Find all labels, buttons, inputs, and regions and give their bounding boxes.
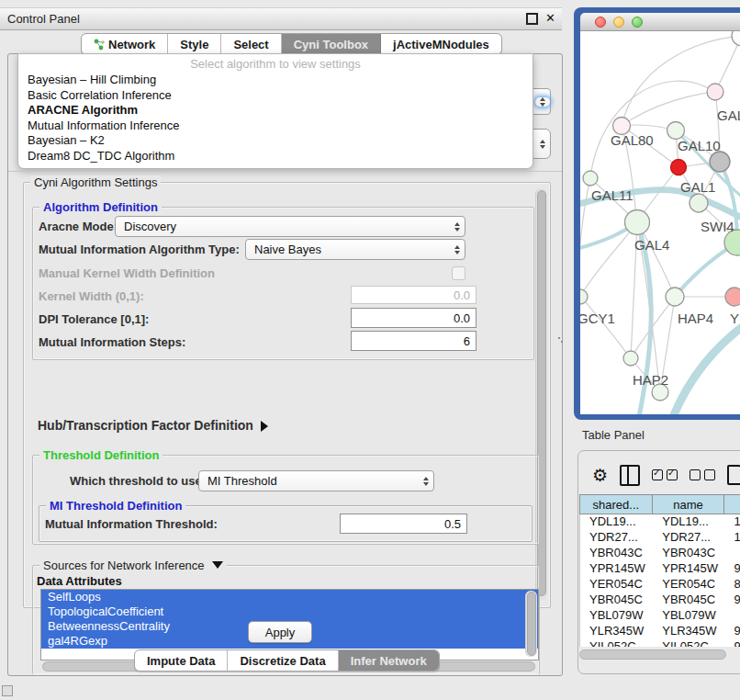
- combobox-stepper-icon: [535, 140, 550, 149]
- column-layout-icon[interactable]: [620, 465, 640, 486]
- node-label: GAL1: [680, 179, 715, 195]
- dpi-tolerance-field[interactable]: 0.0: [351, 308, 477, 328]
- dropdown-item[interactable]: Basic Correlation Inference: [18, 88, 533, 104]
- mi-type-label: Mutual Information Algorithm Type:: [39, 243, 240, 256]
- node-gray[interactable]: [710, 152, 730, 172]
- chevron-right-icon: [261, 421, 268, 432]
- tab-discretize-data[interactable]: Discretize Data: [228, 650, 338, 671]
- dropdown-item[interactable]: Bayesian – Hill Climbing: [18, 73, 533, 88]
- sources-title[interactable]: Sources for Network Inference: [39, 559, 227, 572]
- node-attribute-table: shared... name YDL19... YDL19... 13 YDR2…: [579, 494, 740, 660]
- settings-group-title: Cyni Algorithm Settings: [30, 175, 161, 189]
- tab-network[interactable]: Network: [82, 34, 168, 54]
- table-row[interactable]: YER054C YER054C 8.: [580, 577, 740, 593]
- collapsed-panel-icon[interactable]: [2, 685, 13, 696]
- attributes-scrollbar[interactable]: [525, 591, 537, 657]
- table-row[interactable]: YPR145W YPR145W 9.: [580, 561, 740, 577]
- hub-definition-toggle[interactable]: Hub/Transcription Factor Definition: [38, 418, 268, 433]
- cyni-mode-tabs: Impute Data Discretize Data Infer Networ…: [134, 649, 440, 672]
- aracne-mode-combobox[interactable]: Discovery: [115, 216, 465, 237]
- close-traffic-light-icon[interactable]: [595, 17, 606, 28]
- node-label: GAL4: [634, 237, 669, 253]
- table-hscrollbar[interactable]: [579, 649, 726, 660]
- which-threshold-label: Which threshold to use:: [70, 474, 206, 488]
- node-Y-partial[interactable]: [725, 288, 740, 306]
- node-HAP2[interactable]: [623, 351, 638, 366]
- node-GAL4[interactable]: [625, 210, 650, 235]
- apply-button[interactable]: Apply: [248, 621, 312, 643]
- float-panel-icon[interactable]: [526, 13, 538, 25]
- node-label: GAL11: [591, 187, 633, 203]
- table-panel-title: Table Panel: [582, 428, 645, 442]
- select-all-columns-icon[interactable]: [652, 469, 678, 480]
- table-row[interactable]: YBL079W YBL079W: [580, 608, 740, 624]
- node-unlabeled-top[interactable]: [732, 31, 740, 46]
- mi-steps-field[interactable]: 6: [351, 331, 477, 351]
- tab-jactivemnodules[interactable]: jActiveMNodules: [381, 34, 501, 54]
- column-header-partial[interactable]: [724, 494, 740, 514]
- cyni-algorithm-settings-group: Cyni Algorithm Settings Algorithm Defini…: [23, 182, 551, 608]
- dpi-tolerance-label: DPI Tolerance [0,1]:: [39, 312, 149, 326]
- close-icon[interactable]: ✕: [545, 11, 555, 25]
- tab-network-label: Network: [108, 38, 155, 51]
- chevron-down-icon: [212, 561, 223, 569]
- manual-kernel-checkbox[interactable]: [452, 266, 465, 280]
- attribute-item[interactable]: SelfLoops: [41, 590, 538, 604]
- tab-infer-network[interactable]: Infer Network: [339, 650, 439, 671]
- dropdown-item[interactable]: Bayesian – K2: [18, 133, 533, 149]
- gear-icon[interactable]: ⚙: [592, 467, 608, 484]
- combobox-stepper-icon: [450, 245, 465, 254]
- kernel-width-field[interactable]: 0.0: [351, 286, 477, 304]
- dropdown-item-selected[interactable]: ARACNE Algorithm: [18, 103, 533, 119]
- table-row[interactable]: YBR045C YBR045C 9.: [580, 593, 740, 608]
- combobox-stepper-icon: [450, 222, 465, 231]
- tab-cyni-toolbox[interactable]: Cyni Toolbox: [282, 34, 381, 54]
- tab-select[interactable]: Select: [221, 34, 281, 54]
- table-row[interactable]: YIL052C YIL052C 9.: [580, 639, 740, 647]
- mi-steps-label: Mutual Information Steps:: [39, 335, 185, 349]
- attribute-item[interactable]: TopologicalCoefficient: [41, 604, 538, 619]
- node-GAL1[interactable]: [671, 160, 687, 175]
- minimize-traffic-light-icon[interactable]: [613, 17, 624, 28]
- table-row[interactable]: YDL19... YDL19... 13: [580, 514, 740, 530]
- node-label: SWI4: [701, 219, 734, 234]
- node-GCY1[interactable]: [580, 289, 588, 304]
- node-GAL-partial[interactable]: [707, 84, 723, 100]
- node-label: GCY1: [580, 310, 615, 326]
- table-row[interactable]: YLR345W YLR345W 9.: [580, 624, 740, 639]
- node-GAL11[interactable]: [583, 171, 598, 186]
- network-window-titlebar[interactable]: [580, 13, 740, 31]
- dropdown-item[interactable]: Mutual Information Inference: [18, 119, 533, 134]
- node-SWI4[interactable]: [690, 194, 708, 212]
- network-view-window[interactable]: GAL GAL80 GAL10 GAL1 GAL11 SWI4 GAL4 GCY…: [574, 7, 740, 420]
- deselect-all-columns-icon[interactable]: [690, 469, 715, 480]
- tab-impute-data[interactable]: Impute Data: [135, 650, 228, 671]
- table-row[interactable]: YDR27... YDR27... 12: [580, 530, 740, 546]
- mi-threshold-label: Mutual Information Threshold:: [45, 517, 218, 531]
- table-row[interactable]: YBR043C YBR043C: [580, 546, 740, 561]
- algorithm-dropdown-list: Select algorithm to view settings Bayesi…: [17, 53, 533, 169]
- cyni-toolbox-panel: gal-filtered sif default node Select alg…: [7, 53, 563, 676]
- node-HAP4[interactable]: [666, 288, 684, 306]
- mi-type-combobox[interactable]: Naive Bayes: [245, 239, 465, 260]
- algorithm-definition-group: Algorithm Definition Aracne Mode: Discov…: [32, 207, 534, 360]
- node-label: GAL10: [678, 138, 721, 153]
- mi-threshold-field[interactable]: 0.5: [340, 514, 467, 534]
- column-header-shared-name[interactable]: shared...: [579, 494, 653, 514]
- table-body: YDL19... YDL19... 13 YDR27... YDR27... 1…: [579, 514, 740, 647]
- algorithm-definition-title: Algorithm Definition: [39, 200, 162, 214]
- which-threshold-combobox[interactable]: MI Threshold: [198, 470, 434, 491]
- column-header-name[interactable]: name: [653, 494, 725, 514]
- zoom-traffic-light-icon[interactable]: [632, 17, 643, 28]
- control-panel-titlebar: Control Panel ✕: [0, 7, 562, 30]
- dropdown-prompt: Select algorithm to view settings: [18, 56, 533, 73]
- node-GAL10[interactable]: [667, 122, 685, 140]
- network-canvas[interactable]: GAL GAL80 GAL10 GAL1 GAL11 SWI4 GAL4 GCY…: [580, 31, 740, 414]
- tab-style[interactable]: Style: [168, 34, 221, 54]
- combobox-stepper-icon: [419, 477, 433, 486]
- threshold-definition-group: Threshold Definition Which threshold to …: [32, 455, 540, 545]
- dropdown-item[interactable]: Dream8 DC_TDC Algorithm: [18, 149, 533, 164]
- new-table-icon[interactable]: [727, 465, 740, 485]
- split-divider-grip[interactable]: [558, 336, 563, 344]
- combobox-stepper-icon: [535, 97, 550, 107]
